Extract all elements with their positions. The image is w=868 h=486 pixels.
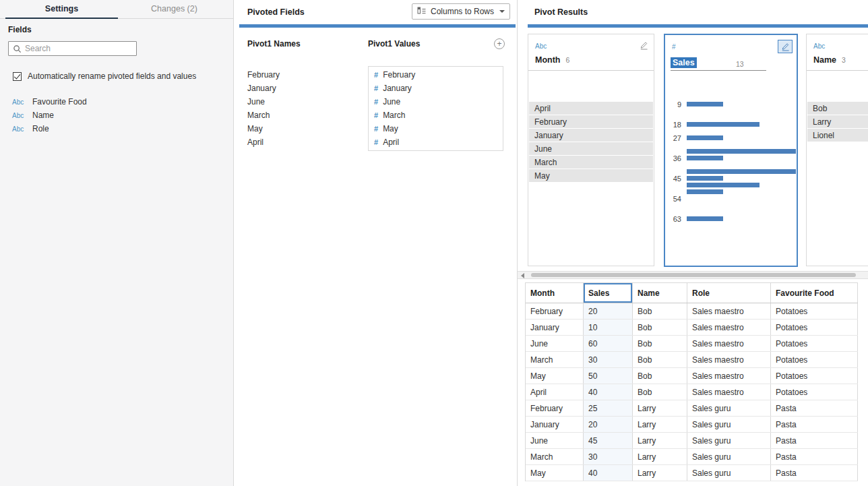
string-type-icon: Abc (12, 125, 32, 133)
profile-value-row[interactable]: June (529, 142, 653, 155)
grid-cell: Pasta (771, 449, 858, 464)
add-pivot-values-button[interactable]: + (494, 38, 505, 49)
grid-header-cell[interactable]: Month (526, 283, 584, 303)
histogram-bar[interactable] (687, 216, 723, 221)
grid-header-cell[interactable]: Favourite Food (771, 283, 858, 303)
tab-settings[interactable]: Settings (5, 0, 118, 19)
histogram-tick-label: 9 (671, 101, 681, 108)
grid-cell: March (526, 449, 584, 464)
field-value-count: 13 (736, 60, 744, 68)
field-name: Name (32, 111, 54, 120)
table-row[interactable]: June60BobSales maestroPotatoes (526, 336, 858, 352)
histogram-bar[interactable] (687, 176, 723, 181)
fields-title: Fields (8, 25, 32, 34)
month-card-values: AprilFebruaryJanuaryJuneMarchMay (529, 102, 653, 183)
grid-cell: Potatoes (771, 320, 858, 335)
histogram-bar[interactable] (687, 102, 723, 107)
table-row[interactable]: March30BobSales maestroPotatoes (526, 352, 858, 368)
table-row[interactable]: January10BobSales maestroPotatoes (526, 320, 858, 336)
scroll-left-arrow-icon[interactable] (521, 273, 524, 278)
field-list-item[interactable]: AbcRole (0, 122, 233, 135)
table-row[interactable]: February25LarrySales guruPasta (526, 400, 858, 417)
profile-card-name[interactable]: Abc Name 3 BobLarryLionel (806, 34, 868, 266)
edit-field-icon-active[interactable] (778, 40, 793, 53)
profile-value-row[interactable]: Lionel (807, 129, 868, 142)
histogram-bar[interactable] (687, 183, 760, 187)
grid-cell: January (526, 417, 584, 432)
grid-cell: April (526, 384, 584, 400)
table-row[interactable]: January20LarrySales guruPasta (526, 417, 858, 433)
field-name: Name (813, 55, 836, 65)
table-row[interactable]: March30LarrySales guruPasta (526, 449, 858, 465)
grid-cell: 30 (584, 352, 633, 367)
grid-cell: Larry (633, 433, 687, 448)
histogram-bar[interactable] (687, 189, 723, 194)
table-row[interactable]: April40BobSales maestroPotatoes (526, 384, 858, 400)
horizontal-scrollbar (518, 271, 868, 279)
field-name-row: Name 3 (813, 55, 846, 65)
pivot-value-item[interactable]: #April (369, 135, 503, 149)
table-row[interactable]: February20BobSales maestroPotatoes (526, 303, 858, 320)
pivot-value-item[interactable]: #June (369, 95, 503, 109)
grid-cell: Pasta (771, 465, 858, 481)
pivot-results-panel: Pivot Results Abc Month 6 AprilFebruaryJ… (518, 0, 868, 486)
field-list-item[interactable]: AbcName (0, 109, 233, 122)
scrollbar-thumb[interactable] (531, 273, 856, 277)
profile-value-row[interactable]: February (529, 115, 653, 128)
histogram-bar[interactable] (687, 149, 796, 154)
profile-value-row[interactable]: April (529, 102, 653, 115)
grid-header-cell[interactable]: Name (633, 283, 687, 303)
number-type-icon: # (374, 111, 378, 119)
field-name-edit-input[interactable]: Sales (671, 57, 697, 68)
tab-changes[interactable]: Changes (2) (118, 0, 230, 19)
field-value-count: 6 (565, 56, 569, 64)
field-name: Role (32, 124, 49, 133)
pivot-name-item[interactable]: April (247, 135, 280, 149)
histogram-bar[interactable] (687, 135, 723, 140)
search-input[interactable] (25, 42, 129, 55)
grid-cell: 45 (584, 433, 633, 448)
grid-cell: February (526, 400, 584, 416)
name-card-values: BobLarryLionel (807, 102, 868, 142)
histogram-bar[interactable] (687, 122, 760, 127)
profile-value-row[interactable]: May (529, 169, 653, 182)
pivot-value-item[interactable]: #March (369, 109, 503, 122)
grid-cell: Larry (633, 465, 687, 481)
number-type-icon: # (374, 138, 378, 146)
grid-cell: 50 (584, 368, 633, 384)
field-list-item[interactable]: AbcFavourite Food (0, 95, 233, 109)
profile-card-sales[interactable]: # Sales 13 9182736455463 (664, 34, 798, 267)
table-row[interactable]: May50BobSales maestroPotatoes (526, 368, 858, 384)
table-row[interactable]: May40LarrySales guruPasta (526, 465, 858, 481)
profile-value-row[interactable]: Larry (807, 115, 868, 128)
histogram-bar[interactable] (687, 169, 796, 174)
columns-to-rows-button[interactable]: Columns to Rows (412, 3, 510, 20)
grid-cell: Sales guru (687, 465, 771, 481)
pivot-name-item[interactable]: June (247, 95, 280, 109)
number-type-icon: # (374, 125, 378, 133)
rename-checkbox-row[interactable]: Automatically rename pivoted fields and … (13, 71, 222, 82)
pivot-value-item[interactable]: #January (369, 82, 503, 95)
profile-value-row[interactable]: March (529, 156, 653, 169)
number-type-icon: # (672, 43, 676, 51)
pivot-name-item[interactable]: March (247, 109, 280, 122)
histogram-tick-label: 54 (671, 195, 681, 202)
profile-value-row[interactable]: Bob (807, 102, 868, 115)
pivot-names-list: FebruaryJanuaryJuneMarchMayApril (247, 68, 280, 149)
pivot-value-item[interactable]: #May (369, 122, 503, 135)
pivot-name-item[interactable]: May (247, 122, 280, 135)
table-row[interactable]: June45LarrySales guruPasta (526, 433, 858, 449)
grid-header-cell[interactable]: Role (687, 283, 771, 303)
pivot-name-item[interactable]: January (247, 82, 280, 95)
pivot-value-label: February (383, 70, 415, 80)
grid-header-cell[interactable]: Sales (584, 283, 633, 303)
pivot-name-item[interactable]: February (247, 68, 280, 82)
columns-to-rows-label: Columns to Rows (431, 7, 494, 16)
profile-value-row[interactable]: January (529, 129, 653, 142)
histogram-bar[interactable] (687, 156, 723, 160)
pivot-value-item[interactable]: #February (369, 68, 503, 82)
pivot-value-label: January (383, 84, 412, 93)
rename-checkbox[interactable] (13, 72, 22, 81)
edit-field-icon[interactable] (640, 41, 648, 52)
profile-card-month[interactable]: Abc Month 6 AprilFebruaryJanuaryJuneMarc… (528, 34, 654, 266)
